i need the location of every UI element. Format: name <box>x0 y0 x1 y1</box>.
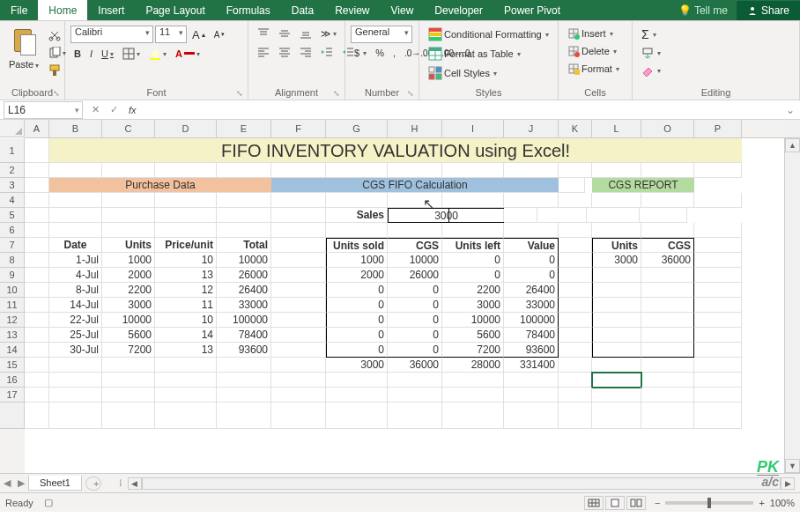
row-header-4[interactable]: 4 <box>0 193 25 208</box>
row-header-10[interactable]: 10 <box>0 283 25 298</box>
align-center-button[interactable] <box>275 44 294 60</box>
conditional-formatting-button[interactable]: Conditional Formatting <box>425 26 552 43</box>
row-header-17[interactable]: 17 <box>0 388 25 403</box>
bold-button[interactable]: B <box>70 47 85 61</box>
enter-formula-button[interactable]: ✓ <box>105 104 123 115</box>
menu-tab-data[interactable]: Data <box>281 0 324 20</box>
zoom-level[interactable]: 100% <box>770 498 795 508</box>
col-header-H[interactable]: H <box>388 120 442 137</box>
menu-tab-review[interactable]: Review <box>324 0 380 20</box>
cancel-formula-button[interactable]: ✕ <box>86 104 105 115</box>
col-header-K[interactable]: K <box>559 120 592 137</box>
spreadsheet-grid[interactable]: ABCDEFGHIJKLOP 1234567891011121314151617… <box>0 120 800 473</box>
row-header-14[interactable]: 14 <box>0 343 25 358</box>
dialog-launcher-icon[interactable]: ⤡ <box>406 89 415 98</box>
align-left-button[interactable] <box>254 44 273 60</box>
font-color-button[interactable]: A▾ <box>172 47 204 61</box>
cell-styles-button[interactable]: Cell Styles <box>425 64 552 82</box>
shrink-font-button[interactable]: A▾ <box>211 28 229 41</box>
clear-button[interactable] <box>638 63 664 78</box>
format-cells-button[interactable]: Format <box>564 61 623 77</box>
zoom-out-button[interactable]: − <box>655 498 660 508</box>
row-header-13[interactable]: 13 <box>0 328 25 343</box>
horizontal-scrollbar[interactable]: ◀▶ <box>128 477 795 490</box>
insert-function-button[interactable]: fx <box>123 105 142 115</box>
grow-font-button[interactable]: A▴ <box>189 26 209 43</box>
align-bottom-button[interactable] <box>296 26 315 41</box>
col-header-O[interactable]: O <box>641 120 694 137</box>
share-button[interactable]: Share <box>737 1 800 20</box>
col-header-E[interactable]: E <box>217 120 271 137</box>
italic-button[interactable]: I <box>86 47 96 61</box>
column-headers[interactable]: ABCDEFGHIJKLOP <box>25 120 784 138</box>
underline-button[interactable]: U▾ <box>98 47 117 61</box>
font-size-select[interactable]: 11 <box>155 26 187 43</box>
sheet-nav-next[interactable]: ▶ <box>14 477 28 489</box>
align-middle-button[interactable] <box>275 26 294 41</box>
dialog-launcher-icon[interactable]: ⤡ <box>332 89 341 98</box>
expand-formula-bar-button[interactable]: ⌄ <box>781 104 800 116</box>
align-top-button[interactable] <box>254 26 273 41</box>
row-header-12[interactable]: 12 <box>0 313 25 328</box>
tell-me-button[interactable]: 💡 Tell me <box>670 1 737 20</box>
insert-cells-button[interactable]: Insert <box>564 26 623 41</box>
row-headers[interactable]: 1234567891011121314151617 <box>0 138 25 473</box>
menu-tab-home[interactable]: Home <box>38 0 87 20</box>
autosum-button[interactable]: Σ <box>638 26 664 43</box>
scroll-up-button[interactable]: ▲ <box>785 138 800 152</box>
col-header-J[interactable]: J <box>504 120 559 137</box>
col-header-G[interactable]: G <box>326 120 388 137</box>
sheet-tab[interactable]: Sheet1 <box>28 476 82 491</box>
macro-record-icon[interactable]: ▢ <box>44 497 53 508</box>
menu-tab-file[interactable]: File <box>0 0 38 20</box>
normal-view-button[interactable] <box>584 496 604 510</box>
col-header-L[interactable]: L <box>592 120 641 137</box>
menu-tab-insert[interactable]: Insert <box>87 0 135 20</box>
page-layout-view-button[interactable] <box>605 496 625 510</box>
row-header-3[interactable]: 3 <box>0 178 25 193</box>
comma-button[interactable]: , <box>389 46 399 60</box>
row-header-8[interactable]: 8 <box>0 253 25 268</box>
orientation-button[interactable]: ≫▾ <box>317 26 340 41</box>
delete-cells-button[interactable]: Delete <box>564 43 623 59</box>
fill-button[interactable] <box>638 45 664 61</box>
sheet-nav-prev[interactable]: ◀ <box>0 477 14 489</box>
row-header-9[interactable]: 9 <box>0 268 25 283</box>
zoom-in-button[interactable]: + <box>759 498 764 508</box>
decrease-indent-button[interactable] <box>317 44 337 60</box>
col-header-B[interactable]: B <box>49 120 102 137</box>
menu-tab-page-layout[interactable]: Page Layout <box>135 0 215 20</box>
font-name-select[interactable]: Calibri <box>70 26 153 43</box>
menu-tab-developer[interactable]: Developer <box>424 0 493 20</box>
menu-tab-view[interactable]: View <box>381 0 425 20</box>
cells-area[interactable]: FIFO INVENTORY VALUATION using Excel!Pur… <box>25 138 784 473</box>
name-box[interactable]: L16 <box>4 101 83 119</box>
row-header-6[interactable]: 6 <box>0 223 25 238</box>
paste-button[interactable]: Paste <box>5 26 42 71</box>
col-header-A[interactable]: A <box>25 120 49 137</box>
zoom-slider[interactable] <box>665 501 753 505</box>
row-header-5[interactable]: 5 <box>0 208 25 223</box>
borders-button[interactable]: ▾ <box>119 46 144 62</box>
row-header-2[interactable]: 2 <box>0 163 25 178</box>
row-header-7[interactable]: 7 <box>0 238 25 253</box>
number-format-select[interactable]: General <box>351 26 412 43</box>
col-header-I[interactable]: I <box>442 120 504 137</box>
menu-tab-power-pivot[interactable]: Power Pivot <box>493 0 571 20</box>
fill-color-button[interactable]: ▾ <box>145 46 170 62</box>
percent-button[interactable]: % <box>372 46 388 60</box>
format-as-table-button[interactable]: Format as Table <box>425 45 552 63</box>
select-all-corner[interactable] <box>0 120 25 137</box>
col-header-P[interactable]: P <box>694 120 742 137</box>
align-right-button[interactable] <box>296 44 315 60</box>
dialog-launcher-icon[interactable]: ⤡ <box>235 89 244 98</box>
col-header-D[interactable]: D <box>155 120 217 137</box>
row-header-11[interactable]: 11 <box>0 298 25 313</box>
add-sheet-button[interactable]: + <box>85 477 101 491</box>
menu-tab-formulas[interactable]: Formulas <box>216 0 281 20</box>
accounting-format-button[interactable]: $ <box>351 46 370 60</box>
row-header-15[interactable]: 15 <box>0 358 25 373</box>
dialog-launcher-icon[interactable]: ⤡ <box>52 89 61 98</box>
col-header-F[interactable]: F <box>271 120 326 137</box>
row-header-16[interactable]: 16 <box>0 373 25 388</box>
